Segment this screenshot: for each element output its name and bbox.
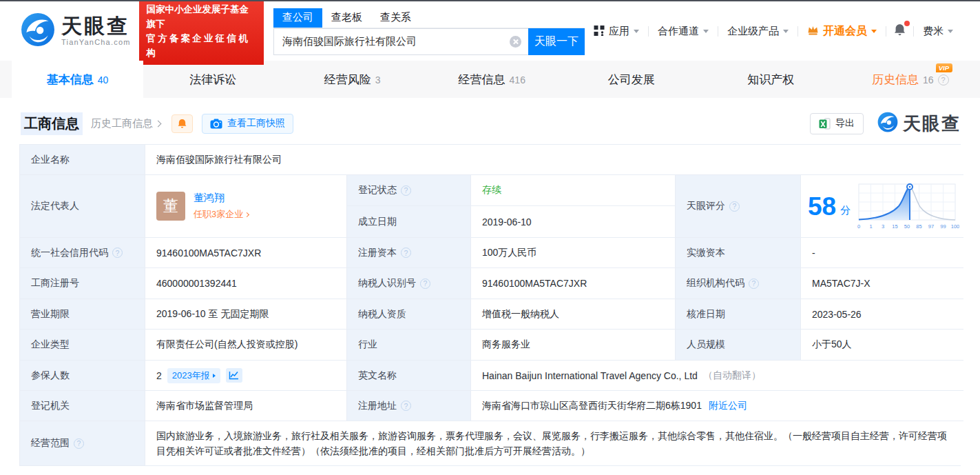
help-icon[interactable] (401, 185, 411, 196)
tianyancha-company-page: 天眼查 TianYanCha.com 国家中小企业发展子基金旗下 官方备案企业征… (0, 0, 980, 475)
logo-domain: TianYanCha.com (61, 38, 131, 46)
camera-icon (210, 119, 222, 129)
reg-number-label: 工商注册号 (20, 268, 145, 299)
tab-company-development[interactable]: 公司发展 (562, 61, 702, 98)
svg-text:99: 99 (940, 223, 946, 230)
org-code-value: MA5TAC7J-X (801, 268, 963, 299)
reg-status-value: 存续 (471, 175, 676, 206)
credit-code-label: 统一社会信用代码 (20, 238, 145, 268)
english-name-label: 英文名称 (347, 361, 471, 391)
reg-status-label: 登记状态 (347, 175, 471, 206)
nearby-companies-link[interactable]: 附近公司 (709, 400, 747, 412)
export-button[interactable]: 导出 (810, 113, 864, 134)
logo-title: 天眼查 (61, 16, 131, 37)
taxpayer-quality-label: 纳税人资质 (347, 299, 471, 330)
help-icon[interactable] (112, 247, 123, 258)
svg-text:1: 1 (870, 223, 873, 230)
nav-member-label: 开通会员 (823, 24, 867, 39)
search-input[interactable] (273, 28, 528, 55)
gov-certification-badge: 国家中小企业发展子基金旗下 官方备案企业征信机构 (139, 0, 264, 65)
insured-count-value: 2 (156, 370, 162, 381)
credit-code-value: 91460100MA5TAC7JXR (145, 238, 347, 268)
help-icon[interactable] (729, 201, 740, 212)
svg-text:100: 100 (951, 223, 959, 230)
reg-address-label: 注册地址 (347, 391, 471, 421)
reg-capital-label: 注册资本 (347, 238, 471, 268)
snapshot-button-label: 查看工商快照 (227, 117, 285, 130)
chevron-down-icon (783, 30, 789, 36)
tianyan-score-label: 天眼评分 (676, 175, 801, 238)
triangle-right-icon (213, 374, 216, 378)
reg-capital-value: 100万人民币 (471, 238, 676, 268)
tianyancha-swirl-icon (21, 12, 55, 50)
tab-history-info[interactable]: VIP 历史信息 16 (841, 61, 980, 98)
export-button-label: 导出 (835, 117, 855, 130)
tab-legal-proceedings[interactable]: 法律诉讼 (143, 61, 283, 98)
business-term-value: 2019-06-10 至 无固定期限 (145, 299, 347, 330)
chevron-right-icon (244, 212, 249, 216)
tab-operating-risk[interactable]: 经营风险 3 (283, 61, 423, 98)
clear-search-icon[interactable] (510, 36, 521, 48)
help-icon[interactable] (938, 74, 949, 85)
taxpayer-quality-value: 增值税一般纳税人 (471, 299, 676, 330)
view-registry-snapshot-button[interactable]: 查看工商快照 (202, 114, 293, 134)
english-name-value: Hainan Baijun International Travel Agenc… (471, 361, 963, 391)
site-logo[interactable]: 天眼查 TianYanCha.com (21, 12, 131, 50)
score-unit: 分 (840, 204, 851, 217)
nav-apps[interactable]: 应用 (585, 25, 648, 38)
chevron-down-icon (948, 30, 953, 36)
tab-count: 40 (98, 74, 109, 85)
history-registry-link[interactable]: 历史工商信息 (91, 117, 160, 130)
svg-text:3: 3 (882, 223, 884, 230)
search-tab-relation[interactable]: 查关系 (371, 8, 420, 28)
reg-authority-label: 登记机关 (20, 391, 145, 421)
help-icon[interactable] (749, 279, 759, 289)
annual-report-badge[interactable]: 2023年报 (167, 368, 220, 383)
monitor-bell-button[interactable] (171, 114, 193, 133)
help-icon[interactable] (74, 438, 84, 449)
tab-intellectual-property[interactable]: 知识产权 (701, 61, 841, 98)
top-bar: 天眼查 TianYanCha.com 国家中小企业发展子基金旗下 官方备案企业征… (0, 1, 980, 61)
help-icon[interactable] (401, 401, 411, 411)
nav-user-menu[interactable]: 费米 (914, 25, 962, 38)
search-tab-company[interactable]: 查公司 (273, 8, 322, 28)
establish-date-value: 2019-06-10 (471, 206, 676, 238)
reg-address-value: 海南省海口市琼山区高登西街天街华府二期6栋1901 附近公司 (471, 391, 963, 421)
org-code-label: 组织机构代码 (676, 268, 801, 299)
search-button[interactable]: 天眼一下 (528, 28, 585, 55)
business-scope-value: 国内旅游业务，入境旅游业务，旅行社及相关服务，旅游咨询服务，票务代理服务，会议、… (145, 421, 963, 465)
search-row: 天眼一下 (273, 28, 585, 55)
company-name-value: 海南佰骏国际旅行社有限公司 (145, 145, 963, 175)
company-type-label: 企业类型 (20, 330, 145, 361)
help-icon[interactable] (420, 279, 430, 289)
score-distribution-chart: 0 1 3 15 50 85 97 99 100 (855, 179, 959, 234)
insured-trend-chart-button[interactable] (226, 368, 242, 383)
tab-count: 16 (923, 74, 934, 85)
nav-partner[interactable]: 合作通道 (649, 25, 718, 38)
help-icon[interactable] (401, 247, 411, 258)
legal-rep-avatar[interactable]: 董 (156, 192, 185, 221)
industry-value: 商务服务业 (471, 330, 676, 361)
svg-text:0: 0 (857, 223, 860, 230)
legal-rep-positions-link[interactable]: 任职3家企业 (194, 208, 249, 221)
nav-enterprise[interactable]: 企业级产品 (718, 25, 797, 38)
company-type-value: 有限责任公司(自然人投资或控股) (145, 330, 347, 361)
notifications-bell[interactable] (886, 23, 913, 39)
svg-text:85: 85 (916, 223, 921, 230)
establish-date-label: 成立日期 (347, 206, 471, 238)
tab-basic-info[interactable]: 基本信息 40 (12, 61, 143, 98)
tab-business-info[interactable]: 经营信息 416 (422, 61, 562, 98)
business-scope-label: 经营范围 (20, 421, 145, 465)
search-tabs: 查公司 查老板 查关系 (273, 8, 585, 28)
svg-text:50: 50 (904, 223, 910, 230)
notification-red-dot (904, 21, 910, 26)
taxpayer-id-label: 纳税人识别号 (347, 268, 471, 299)
nav-open-membership[interactable]: 开通会员 (798, 24, 886, 39)
legal-rep-name-link[interactable]: 董鸿翔 (194, 192, 249, 205)
chevron-down-icon (634, 30, 639, 36)
top-navigation: 应用 合作通道 企业级产品 开通会员 (585, 23, 962, 39)
insured-count-label: 参保人数 (20, 361, 145, 391)
search-tab-boss[interactable]: 查老板 (322, 8, 371, 28)
legal-rep-label: 法定代表人 (20, 175, 145, 238)
registry-info-table: 企业名称 海南佰骏国际旅行社有限公司 法定代表人 董 董鸿翔 任职3家企业 登记… (19, 144, 961, 466)
